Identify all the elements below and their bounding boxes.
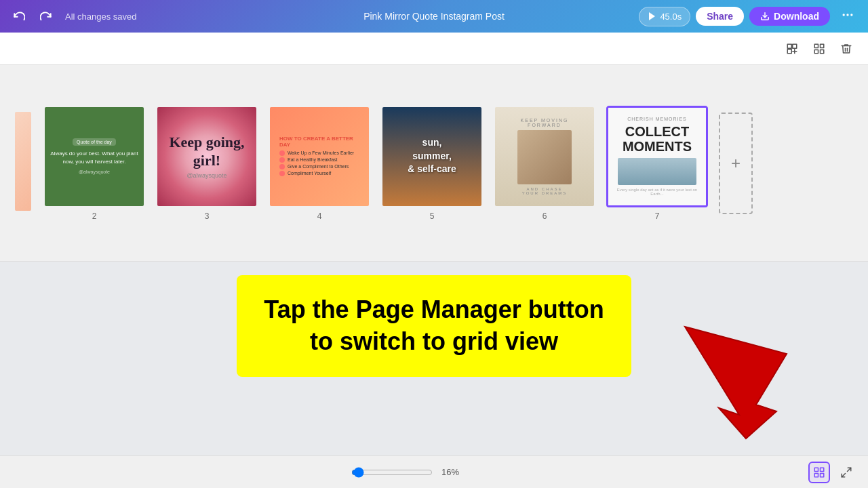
svg-rect-17 (814, 473, 818, 476)
page-thumb-4[interactable]: HOW TO CREATE A BETTER DAY Wake Up a Few… (269, 106, 370, 221)
document-title: Pink Mirror Quote Instagram Post (363, 11, 505, 22)
more-options-button[interactable] (835, 5, 860, 28)
share-button[interactable]: Share (696, 7, 744, 26)
zoom-slider[interactable] (351, 467, 433, 478)
svg-point-2 (843, 14, 845, 16)
svg-point-4 (850, 14, 852, 16)
add-to-page-button[interactable] (781, 38, 803, 60)
secondary-toolbar (0, 33, 868, 65)
delete-page-button[interactable] (835, 38, 857, 60)
svg-line-20 (842, 473, 845, 476)
svg-line-19 (848, 468, 851, 471)
svg-rect-10 (814, 44, 818, 47)
download-button[interactable]: Download (749, 7, 830, 26)
tooltip-text: Tap the Page Manager button to switch to… (264, 294, 604, 358)
red-arrow-indicator (678, 320, 800, 442)
page-thumb-7[interactable]: CHERISH MEMORIES COLLECTMOMENTS Every si… (606, 106, 708, 221)
svg-point-3 (846, 14, 848, 16)
top-bar: All changes saved Pink Mirror Quote Inst… (0, 0, 868, 33)
save-status: All changes saved (65, 12, 137, 22)
redo-button[interactable] (35, 5, 57, 27)
page-thumb-5[interactable]: sun,summer,& self-care 5 (381, 106, 483, 221)
tooltip-box: Tap the Page Manager button to switch to… (237, 275, 631, 377)
svg-rect-15 (814, 468, 818, 471)
zoom-percentage: 16% (438, 467, 462, 477)
svg-rect-11 (821, 44, 824, 47)
zoom-controls: 16% (351, 467, 462, 478)
add-page-button[interactable]: + (719, 113, 753, 214)
canvas-area: Tap the Page Manager button to switch to… (0, 262, 868, 455)
page-thumb-2[interactable]: Quote of the day Always do your best. Wh… (43, 106, 145, 221)
svg-rect-7 (787, 49, 791, 53)
expand-button[interactable] (835, 462, 857, 483)
undo-button[interactable] (8, 5, 30, 27)
svg-rect-18 (821, 473, 824, 476)
svg-rect-6 (793, 44, 797, 48)
svg-rect-5 (787, 44, 791, 48)
page-thumb-3[interactable]: Keep going,girl! @alwaysquote 3 (156, 106, 258, 221)
topbar-right-actions: 45.0s Share Download (639, 5, 860, 28)
page-manager-button[interactable] (808, 462, 830, 483)
page-thumb-6[interactable]: KEEP MOVING FORWARD AND CHASE YOUR DREAM… (494, 106, 595, 221)
svg-rect-13 (821, 49, 824, 53)
svg-rect-16 (821, 468, 824, 471)
svg-marker-14 (685, 327, 787, 439)
bottom-bar: 16% (0, 455, 868, 488)
svg-marker-0 (649, 12, 655, 20)
page-strip: Quote of the day Always do your best. Wh… (0, 65, 868, 262)
svg-rect-12 (814, 49, 818, 53)
grid-view-button[interactable] (808, 38, 830, 60)
present-button[interactable]: 45.0s (639, 7, 690, 26)
page-thumb-1[interactable] (14, 110, 33, 216)
